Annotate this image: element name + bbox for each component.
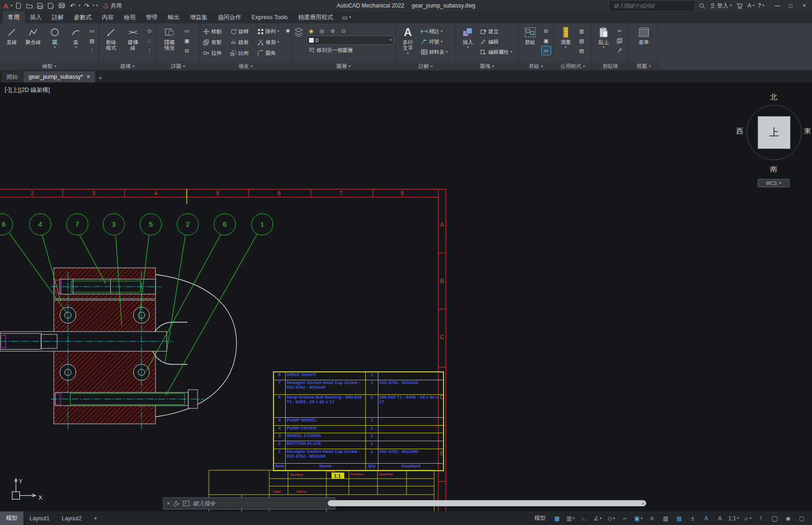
ungroup-button[interactable]: ⊟ — [542, 27, 551, 35]
command-close-icon[interactable]: × — [167, 500, 170, 507]
group-selection-toggle[interactable]: ▭ — [542, 46, 551, 55]
file-tab-start[interactable]: 開始 — [1, 71, 23, 82]
autocad-logo-icon[interactable]: A — [2, 2, 9, 10]
base-view-button[interactable]: 基準 — [634, 24, 654, 62]
file-tab-close-icon[interactable]: × — [87, 74, 90, 80]
annotation-scale-icon[interactable]: 1:1▾ — [727, 513, 740, 524]
panel-title-draw[interactable]: 繪製▾ — [0, 62, 98, 70]
command-customize-icon[interactable] — [173, 501, 179, 507]
panel-title-modify[interactable]: 修改▾ — [200, 62, 291, 70]
layer-freeze-button[interactable]: ◎ — [317, 27, 326, 35]
hidden-situation-button[interactable]: 隱藏情況 — [158, 24, 181, 62]
undo-button[interactable]: ↶ — [68, 1, 77, 10]
snap-icon[interactable]: ▥▾ — [564, 513, 577, 524]
insert-block-button[interactable]: 插入 ▾ — [458, 24, 478, 62]
bom-button[interactable]: 材料表▾ — [419, 47, 449, 57]
ribbon-tab-output[interactable]: 輸出 — [163, 11, 185, 23]
panel-title-annotation[interactable]: 註解▾ — [396, 62, 456, 70]
move-to-layer-button[interactable]: 移到另一個圖層 — [307, 45, 394, 55]
autoscale-icon[interactable]: A — [713, 513, 726, 524]
layout-tab-model[interactable]: 模型 — [0, 511, 23, 525]
drawing-canvas[interactable]: 2 3 4 5 6 7 8 A B C D E — [0, 82, 812, 511]
mtext-button[interactable]: A 多行文字 ▾ — [397, 24, 419, 62]
trim-button[interactable]: 修剪▾ — [256, 37, 283, 47]
move-button[interactable]: 移動 — [201, 26, 229, 37]
layer-off-button[interactable]: ◉ — [307, 27, 316, 35]
ribbon-options-button[interactable]: ▭▾ — [339, 11, 355, 23]
graphics-performance-icon[interactable]: ◉ — [782, 513, 795, 524]
array-button[interactable]: 陣列▾ — [256, 26, 283, 37]
horizontal-scrollbar[interactable]: ▴ — [328, 500, 646, 506]
app-menu-caret-icon[interactable]: ▾ — [11, 4, 13, 7]
circle-button[interactable]: 圓 ▾ — [44, 24, 65, 62]
quick-calc-button[interactable]: ▥ — [577, 27, 586, 35]
id-point-button[interactable]: ▤ — [577, 46, 586, 55]
selection-cycling-icon[interactable]: ▤ — [672, 513, 686, 524]
maximize-button[interactable]: □ — [784, 0, 797, 11]
dimension-button[interactable]: 標註▾ — [419, 26, 449, 37]
stretch-button[interactable]: 拉伸 — [201, 48, 229, 58]
copy-button[interactable]: 複製 — [201, 37, 229, 47]
rectangle-tool-button[interactable]: ▭ — [88, 27, 96, 35]
ribbon-tab-addins[interactable]: 增益集 — [185, 11, 213, 23]
cut-button[interactable]: ✂ — [615, 27, 624, 35]
ribbon-tab-view[interactable]: 檢視 — [119, 11, 141, 23]
model-space-button[interactable]: 模型 — [530, 514, 550, 522]
viewport-view-control[interactable]: [上] — [10, 86, 19, 94]
viewcube-west[interactable]: 西 — [736, 127, 743, 136]
divide-tool-button[interactable]: ∴ — [145, 37, 154, 45]
new-drawing-tab-button[interactable]: + — [96, 73, 105, 82]
share-button[interactable]: 共用 — [103, 2, 122, 10]
edit-block-button[interactable]: 編輯 — [479, 37, 514, 47]
layer-isolate-button[interactable]: ⊙ — [339, 27, 348, 35]
ribbon-tab-collaborate[interactable]: 協同合作 — [213, 11, 246, 23]
wcs-menu[interactable]: WCS▾ — [758, 179, 790, 187]
match-properties-button[interactable] — [615, 46, 624, 55]
panel-title-groups[interactable]: 群組▾ — [518, 62, 554, 70]
ortho-icon[interactable]: ∟ — [577, 513, 591, 524]
rotate-button[interactable]: 旋轉 — [229, 26, 256, 37]
ribbon-tab-featured-apps[interactable]: 精選應用程式 — [293, 11, 339, 23]
detail-tool-1-button[interactable]: ▭ — [183, 27, 192, 35]
viewcube-east[interactable]: 東 — [804, 127, 811, 136]
workspace-icon[interactable]: ☼▾ — [741, 513, 754, 524]
polar-tracking-icon[interactable]: ∠▾ — [591, 513, 604, 524]
construction-line-button[interactable]: 建構線 — [122, 24, 144, 62]
search-input[interactable] — [613, 2, 691, 9]
isodraft-icon[interactable]: ◇▾ — [605, 513, 618, 524]
command-line[interactable]: × 鍵入指令 — [163, 497, 335, 510]
annotation-monitor-icon[interactable]: ! — [754, 513, 768, 524]
arc-button[interactable]: 弧 ▾ — [66, 24, 87, 62]
viewport-pan-control[interactable]: [-] — [5, 86, 10, 94]
ribbon-tab-insert[interactable]: 插入 — [25, 11, 47, 23]
fillet-button[interactable]: 圓角 — [256, 48, 283, 58]
file-tab-drawing[interactable]: gear_pump_subassy* × — [23, 71, 95, 82]
layer-lock-button[interactable]: ⊘ — [328, 27, 337, 35]
detail-tool-3-button[interactable]: ⊟ — [183, 46, 192, 55]
viewcube-north[interactable]: 北 — [735, 93, 812, 102]
redo-caret-icon[interactable]: ▾ — [93, 4, 95, 7]
polyline-button[interactable]: 聚合線 — [23, 24, 44, 62]
quick-select-button[interactable]: ▧ — [577, 37, 586, 45]
paste-button[interactable]: 貼上 ▾ — [593, 24, 614, 62]
redo-button[interactable]: ↷ — [82, 1, 91, 10]
undo-caret-icon[interactable]: ▾ — [79, 4, 81, 7]
panel-title-utilities[interactable]: 公用程式▾ — [554, 62, 591, 70]
close-button[interactable]: × — [797, 0, 811, 11]
viewport-visual-style-control[interactable]: [2D 線架構] — [20, 86, 50, 94]
hatch-tool-button[interactable]: ▨ — [88, 37, 96, 45]
dynamic-input-icon[interactable]: ± — [686, 513, 699, 524]
group-button[interactable]: 群組 — [520, 24, 540, 62]
line-button[interactable]: 直線 — [1, 24, 22, 62]
scrollbar-arrow-icon[interactable]: ▴ — [642, 501, 644, 505]
command-prompt[interactable]: 鍵入指令 — [193, 500, 215, 508]
viewcube-south[interactable]: 南 — [735, 165, 812, 174]
group-edit-button[interactable]: ▣ — [542, 37, 551, 45]
new-layout-button[interactable]: + — [88, 511, 103, 525]
lineweight-icon[interactable]: ≡ — [645, 513, 658, 524]
edit-attributes-button[interactable]: 編輯屬性▾ — [479, 47, 514, 57]
help-button[interactable]: ?▾ — [758, 2, 764, 9]
ribbon-tab-express-tools[interactable]: Express Tools — [246, 11, 293, 23]
explode-button[interactable]: ✱ — [283, 27, 292, 35]
viewcube-top-face[interactable]: 上 — [758, 116, 790, 149]
